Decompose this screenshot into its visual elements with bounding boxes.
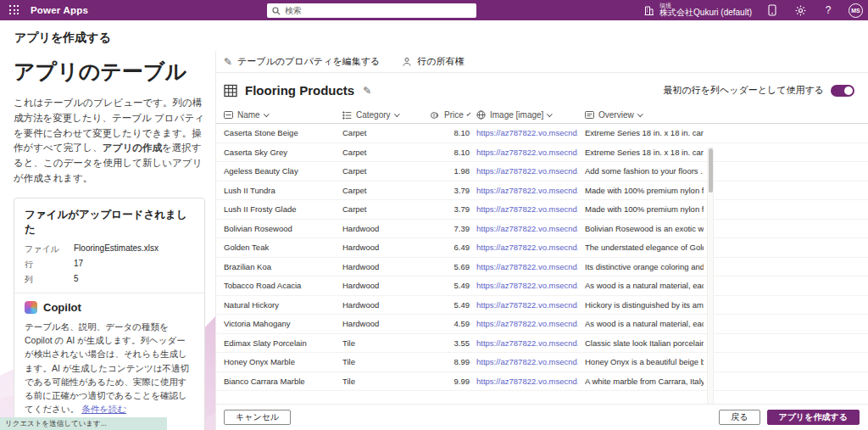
image-url-link[interactable]: https://az787822.vo.msecnd.net/d... — [476, 281, 578, 290]
text-column-icon — [224, 111, 233, 119]
description-bold: アプリの作成 — [103, 142, 162, 153]
table-row[interactable]: Lush II Frosty Glade Carpet 3.79 https:/… — [216, 200, 868, 220]
column-header-name[interactable]: Name — [224, 110, 336, 120]
cell-category: Carpet — [342, 186, 424, 195]
image-url-link[interactable]: https://az787822.vo.msecnd.net/d... — [476, 357, 578, 366]
columns-value: 5 — [74, 274, 79, 286]
help-icon[interactable]: ? — [821, 3, 836, 18]
cell-name: Lush II Tundra — [224, 186, 336, 195]
edit-table-name-icon[interactable]: ✎ — [363, 85, 371, 97]
column-header-category[interactable]: Category — [342, 110, 424, 120]
cancel-button[interactable]: キャンセル — [224, 410, 291, 425]
image-url-link[interactable]: https://az787822.vo.msecnd.net/d... — [476, 338, 578, 348]
column-header-image[interactable]: Image [image] — [476, 110, 578, 120]
copilot-title: Copilot — [43, 301, 81, 314]
first-row-header-toggle[interactable] — [831, 85, 854, 97]
image-url-link[interactable]: https://az787822.vo.msecnd.net/d... — [476, 224, 578, 233]
table-row[interactable]: Edimax Slaty Porcelain Tile 3.55 https:/… — [216, 334, 868, 354]
cell-overview: Extreme Series 18 in. x 18 in. carp... — [585, 128, 704, 137]
sidebar: アプリのテーブル これはテーブルのプレビューです。列の構成方法を変更したり、テー… — [14, 53, 205, 430]
cell-overview: Made with 100% premium nylon f... — [585, 204, 704, 214]
column-header-price[interactable]: Price — [431, 110, 470, 120]
row-ownership-label: 行の所有権 — [417, 55, 464, 68]
table-row[interactable]: Bianco Carrara Marble Tile 9.99 https://… — [216, 372, 868, 392]
image-url-link[interactable]: https://az787822.vo.msecnd.net/d... — [476, 204, 578, 214]
multiline-text-column-icon — [585, 111, 594, 119]
cell-overview: Extreme Series 18 in. x 18 in. carp... — [585, 148, 704, 157]
url-column-icon — [476, 110, 486, 120]
table-row[interactable]: Victoria Mahogany Hardwood 4.59 https://… — [216, 315, 868, 334]
environment-name: 株式会社Qukuri (default) — [659, 8, 752, 18]
first-row-header-label: 最初の行を列ヘッダーとして使用する — [663, 84, 824, 97]
table-row[interactable]: Caserta Sky Grey Carpet 8.10 https://az7… — [216, 143, 868, 163]
cell-price: 9.99 — [431, 377, 470, 386]
table-row[interactable]: Ageless Beauty Clay Carpet 1.98 https://… — [216, 162, 868, 181]
building-icon — [643, 5, 654, 16]
image-url-link[interactable]: https://az787822.vo.msecnd.net/d... — [476, 262, 578, 271]
table-body: Caserta Stone Beige Carpet 8.10 https://… — [216, 124, 868, 391]
cell-name: Brazilian Koa — [224, 262, 336, 271]
cell-category: Carpet — [342, 204, 424, 214]
cell-category: Hardwood — [342, 300, 424, 310]
cell-price: 4.59 — [431, 319, 470, 328]
cell-price: 5.69 — [431, 262, 470, 271]
columns-field: 列 5 — [25, 274, 194, 286]
image-url-link[interactable]: https://az787822.vo.msecnd.net/d... — [476, 300, 578, 310]
table-row[interactable]: Honey Onyx Marble Tile 8.99 https://az78… — [216, 353, 868, 372]
image-url-link[interactable]: https://az787822.vo.msecnd.net/d... — [476, 148, 578, 157]
cell-name: Bolivian Rosewood — [224, 224, 336, 233]
create-app-button[interactable]: アプリを作成する — [767, 410, 860, 425]
table-scrollbar[interactable] — [707, 147, 714, 430]
column-header-overview[interactable]: Overview — [585, 110, 704, 120]
table-row[interactable]: Natural Hickory Hardwood 5.49 https://az… — [216, 296, 868, 316]
pencil-icon: ✎ — [224, 56, 232, 68]
cell-price: 5.49 — [431, 300, 470, 310]
image-url-link[interactable]: https://az787822.vo.msecnd.net/d... — [476, 186, 578, 195]
copilot-disclaimer-text: テーブル名、説明、データの種類を Copilot の AI が生成します。列ヘッ… — [25, 321, 189, 415]
image-url-link[interactable]: https://az787822.vo.msecnd.net/d... — [476, 128, 578, 137]
table-row[interactable]: Caserta Stone Beige Carpet 8.10 https://… — [216, 124, 868, 143]
app-title[interactable]: Power Apps — [31, 5, 88, 15]
environment-picker[interactable]: 環境 株式会社Qukuri (default) — [643, 3, 752, 18]
table-row[interactable]: Lush II Tundra Carpet 3.79 https://az787… — [216, 181, 868, 201]
cell-name: Edimax Slaty Porcelain — [224, 338, 336, 348]
account-avatar[interactable]: MS — [849, 3, 863, 18]
table-row[interactable]: Golden Teak Hardwood 6.49 https://az7878… — [216, 238, 868, 258]
chevron-down-icon — [547, 111, 552, 116]
edit-table-properties-button[interactable]: ✎ テーブルのプロパティを編集する — [224, 55, 380, 68]
choice-column-icon — [342, 111, 352, 120]
row-ownership-button[interactable]: 行の所有権 — [402, 55, 464, 68]
image-url-link[interactable]: https://az787822.vo.msecnd.net/d... — [476, 377, 578, 386]
read-terms-link[interactable]: 条件を読む — [81, 404, 126, 414]
image-url-link[interactable]: https://az787822.vo.msecnd.net/d... — [476, 166, 578, 176]
cell-overview: Made with 100% premium nylon f... — [585, 186, 704, 195]
copilot-disclaimer: テーブル名、説明、データの種類を Copilot の AI が生成します。列ヘッ… — [25, 320, 194, 416]
toggle-knob — [844, 87, 853, 95]
image-url-link[interactable]: https://az787822.vo.msecnd.net/d... — [476, 243, 578, 252]
cell-price: 6.49 — [431, 243, 470, 252]
app-launcher-icon[interactable] — [0, 0, 29, 20]
column-label-image: Image [image] — [490, 110, 543, 120]
table-row[interactable]: Brazilian Koa Hardwood 5.69 https://az78… — [216, 258, 868, 277]
cell-category: Hardwood — [342, 281, 424, 290]
settings-gear-icon[interactable] — [793, 3, 808, 18]
cell-price: 1.98 — [431, 166, 470, 176]
back-button[interactable]: 戻る — [719, 410, 760, 425]
search-input[interactable] — [285, 6, 471, 15]
search-icon — [272, 7, 281, 15]
scrollbar-thumb[interactable] — [709, 148, 713, 193]
cell-category: Hardwood — [342, 319, 424, 328]
cell-name: Golden Teak — [224, 243, 336, 252]
person-icon — [402, 57, 412, 67]
upload-card-title: ファイルがアップロードされました — [25, 208, 194, 237]
cell-category: Carpet — [342, 148, 424, 157]
copilot-icon — [25, 301, 37, 314]
image-url-link[interactable]: https://az787822.vo.msecnd.net/d... — [476, 319, 578, 328]
mobile-app-icon[interactable] — [765, 3, 780, 18]
table-row[interactable]: Tobacco Road Acacia Hardwood 5.49 https:… — [216, 276, 868, 296]
table-row[interactable]: Bolivian Rosewood Hardwood 7.39 https://… — [216, 220, 868, 239]
cell-price: 3.55 — [431, 338, 470, 348]
sidebar-title: アプリのテーブル — [14, 58, 205, 86]
search-box[interactable] — [267, 3, 476, 18]
cell-price: 3.79 — [431, 186, 470, 195]
